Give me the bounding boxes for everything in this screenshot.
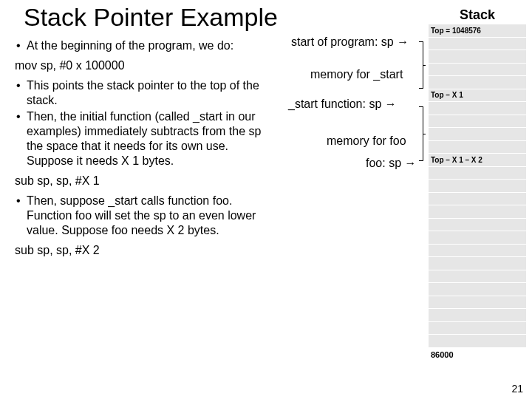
bullet-3: Then, the initial function (called _star… — [13, 109, 265, 168]
stack-header: Stack — [429, 7, 526, 23]
annot-start-function: _start function: sp → — [288, 98, 397, 111]
stack-cell — [429, 270, 526, 284]
bracket-start-mem — [423, 41, 423, 89]
code-line-3: sub sp, sp, #X 2 — [13, 244, 429, 257]
stack-cell — [429, 38, 526, 51]
arrow-icon: → — [385, 98, 397, 110]
annot-text: _start function: sp — [288, 98, 385, 110]
stack-cell — [429, 309, 526, 322]
stack-cell — [429, 283, 526, 296]
bullet-2: This points the stack pointer to the top… — [13, 78, 265, 108]
annot-foo: foo: sp → — [366, 157, 416, 170]
stack-cell — [429, 180, 526, 193]
stack-cell — [429, 128, 526, 141]
stack-cell — [429, 219, 526, 232]
stack-cell — [429, 257, 526, 270]
stack-cell-label-top: Top = 1048576 — [429, 24, 526, 38]
slide: Stack Pointer Example At the beginning o… — [0, 0, 532, 399]
stack-cells: Top = 1048576 Top – X 1 Top – X 1 – X 2 — [429, 24, 526, 361]
stack-cell — [429, 335, 526, 348]
stack-cell — [429, 322, 526, 335]
stack-bottom-label: 86000 — [429, 348, 526, 361]
stack-cell — [429, 205, 526, 219]
annot-memory-start: memory for _start — [310, 68, 403, 81]
code-line-2: sub sp, sp, #X 1 — [13, 174, 429, 188]
stack-cell-label-x1: Top – X 1 — [429, 89, 526, 103]
bullet-4: Then, suppose _start calls function foo.… — [13, 194, 265, 238]
arrow-icon: → — [404, 157, 416, 169]
annot-memory-foo: memory for foo — [327, 134, 406, 148]
stack-cell — [429, 76, 526, 89]
stack-cell-label-x1x2: Top – X 1 – X 2 — [429, 154, 526, 167]
stack-cell — [429, 193, 526, 206]
page-number: 21 — [511, 383, 523, 395]
stack-cell — [429, 64, 526, 77]
stack-cell — [429, 102, 526, 115]
stack-cell — [429, 231, 526, 245]
stack-column: Stack Top = 1048576 Top – X 1 Top – X 1 … — [429, 7, 526, 361]
stack-cell — [429, 245, 526, 258]
stack-cell — [429, 50, 526, 64]
bullet-list-3: Then, suppose _start calls function foo.… — [13, 194, 429, 238]
stack-cell — [429, 296, 526, 310]
stack-cell — [429, 141, 526, 154]
annot-text: foo: sp — [366, 157, 404, 169]
annot-start-program: start of program: sp → — [291, 35, 409, 49]
stack-cell — [429, 167, 526, 180]
arrow-icon: → — [397, 35, 409, 48]
bullet-list-2: This points the stack pointer to the top… — [13, 78, 429, 168]
annot-text: start of program: sp — [291, 35, 397, 48]
bracket-foo-mem — [423, 106, 423, 161]
stack-cell — [429, 115, 526, 129]
